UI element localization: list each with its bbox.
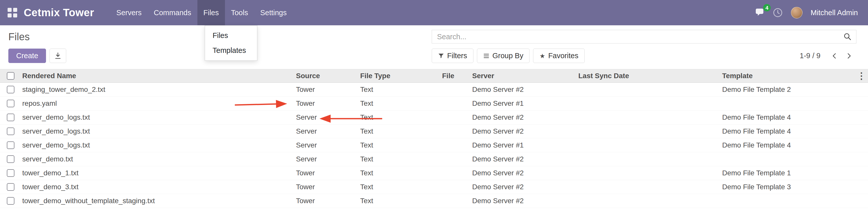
table-header-row: Rendered Name Source File Type File Serv… xyxy=(0,69,868,83)
column-template[interactable]: Template xyxy=(721,69,855,83)
cell-last-sync-date xyxy=(577,194,721,208)
row-select-cell xyxy=(0,194,21,208)
chat-bubble-icon xyxy=(754,8,765,17)
cell-file-type: Text xyxy=(359,180,441,194)
cell-file xyxy=(441,97,471,111)
column-source[interactable]: Source xyxy=(295,69,359,83)
row-checkbox[interactable] xyxy=(7,169,14,177)
cell-file-type: Text xyxy=(359,152,441,166)
table-row[interactable]: server_demo_logs.txtServerTextDemo Serve… xyxy=(0,111,868,124)
row-select-cell xyxy=(0,166,21,180)
row-checkbox[interactable] xyxy=(7,155,14,163)
table-row[interactable]: tower_demo_without_template_staging.txtT… xyxy=(0,194,868,208)
row-end-spacer xyxy=(855,194,868,208)
user-name[interactable]: Mitchell Admin xyxy=(811,9,858,17)
cell-file xyxy=(441,194,471,208)
navbar-right: 4 Mitchell Admin xyxy=(754,0,858,25)
cell-server: Demo Server #1 xyxy=(471,97,577,111)
pager-next-button[interactable] xyxy=(842,53,856,59)
export-button[interactable] xyxy=(50,49,66,63)
cell-file xyxy=(441,124,471,139)
row-end-spacer xyxy=(855,139,868,152)
cell-file-type: Text xyxy=(359,97,441,111)
filter-funnel-icon xyxy=(438,53,444,59)
activity-clock-icon[interactable] xyxy=(773,8,783,18)
row-end-spacer xyxy=(855,124,868,139)
cell-rendered-name: staging_tower_demo_2.txt xyxy=(21,83,295,97)
cell-last-sync-date xyxy=(577,83,721,97)
cell-last-sync-date xyxy=(577,180,721,194)
cell-file-type: Text xyxy=(359,111,441,124)
row-end-spacer xyxy=(855,111,868,124)
menu-files[interactable]: Files xyxy=(197,0,225,25)
table-row[interactable]: tower_demo_3.txtTowerTextDemo Server #2D… xyxy=(0,180,868,194)
menu-tools[interactable]: Tools xyxy=(225,0,254,25)
cell-template xyxy=(721,152,855,166)
table-row[interactable]: tower_demo_1.txtTowerTextDemo Server #2D… xyxy=(0,166,868,180)
messages-button[interactable]: 4 xyxy=(754,8,765,17)
brand-title[interactable]: Cetmix Tower xyxy=(24,7,94,19)
table-row[interactable]: staging_tower_demo_2.txtTowerTextDemo Se… xyxy=(0,83,868,97)
table-row[interactable]: server_demo_logs.txtServerTextDemo Serve… xyxy=(0,139,868,152)
optional-columns-toggle[interactable] xyxy=(855,69,868,83)
cell-source: Server xyxy=(295,152,359,166)
filters-button[interactable]: Filters xyxy=(432,49,473,63)
create-button[interactable]: Create xyxy=(8,49,46,63)
row-select-cell xyxy=(0,180,21,194)
menu-commands[interactable]: Commands xyxy=(148,0,197,25)
row-checkbox[interactable] xyxy=(7,183,14,191)
cell-template: Demo File Template 2 xyxy=(721,83,855,97)
select-all-checkbox[interactable] xyxy=(7,72,14,80)
column-file[interactable]: File xyxy=(441,69,471,83)
user-avatar[interactable] xyxy=(791,7,803,19)
row-end-spacer xyxy=(855,83,868,97)
table-row[interactable]: repos.yamlTowerTextDemo Server #1 xyxy=(0,97,868,111)
menu-servers[interactable]: Servers xyxy=(110,0,148,25)
cell-file-type: Text xyxy=(359,124,441,139)
row-checkbox[interactable] xyxy=(7,86,14,93)
cell-last-sync-date xyxy=(577,139,721,152)
menu-settings[interactable]: Settings xyxy=(254,0,293,25)
files-table-body: staging_tower_demo_2.txtTowerTextDemo Se… xyxy=(0,83,868,208)
cell-file xyxy=(441,180,471,194)
search-box xyxy=(432,30,856,43)
cell-template xyxy=(721,97,855,111)
table-row[interactable]: server_demo_logs.txtServerTextDemo Serve… xyxy=(0,124,868,139)
files-table: Rendered Name Source File Type File Serv… xyxy=(0,69,868,208)
row-checkbox[interactable] xyxy=(7,142,14,149)
group-by-button[interactable]: Group By xyxy=(477,49,530,63)
pager-previous-button[interactable] xyxy=(827,53,842,59)
table-row[interactable]: server_demo.txtServerTextDemo Server #2 xyxy=(0,152,868,166)
cell-file-type: Text xyxy=(359,194,441,208)
cell-file xyxy=(441,152,471,166)
search-button[interactable] xyxy=(839,33,856,41)
cell-file xyxy=(441,83,471,97)
messages-badge: 4 xyxy=(763,4,771,11)
cell-source: Server xyxy=(295,111,359,124)
row-select-cell xyxy=(0,152,21,166)
kebab-icon xyxy=(857,72,866,81)
download-icon xyxy=(54,52,62,60)
dropdown-item-templates[interactable]: Templates xyxy=(205,43,257,58)
cell-template: Demo File Template 4 xyxy=(721,124,855,139)
pager: 1-9 / 9 xyxy=(800,52,856,60)
favorites-button[interactable]: Favorites xyxy=(533,49,585,63)
cell-template xyxy=(721,194,855,208)
dropdown-item-files[interactable]: Files xyxy=(205,28,257,43)
column-rendered-name[interactable]: Rendered Name xyxy=(21,69,295,83)
row-checkbox[interactable] xyxy=(7,197,14,205)
column-file-type[interactable]: File Type xyxy=(359,69,441,83)
row-checkbox[interactable] xyxy=(7,114,14,121)
row-checkbox[interactable] xyxy=(7,100,14,107)
row-checkbox[interactable] xyxy=(7,127,14,135)
row-select-cell xyxy=(0,83,21,97)
row-select-cell xyxy=(0,111,21,124)
chevron-right-icon xyxy=(846,53,852,59)
cell-rendered-name: tower_demo_3.txt xyxy=(21,180,295,194)
column-last-sync-date[interactable]: Last Sync Date xyxy=(577,69,721,83)
apps-grid-icon[interactable] xyxy=(8,8,17,18)
search-input[interactable] xyxy=(432,30,839,43)
column-server[interactable]: Server xyxy=(471,69,577,83)
cell-source: Tower xyxy=(295,180,359,194)
row-end-spacer xyxy=(855,97,868,111)
